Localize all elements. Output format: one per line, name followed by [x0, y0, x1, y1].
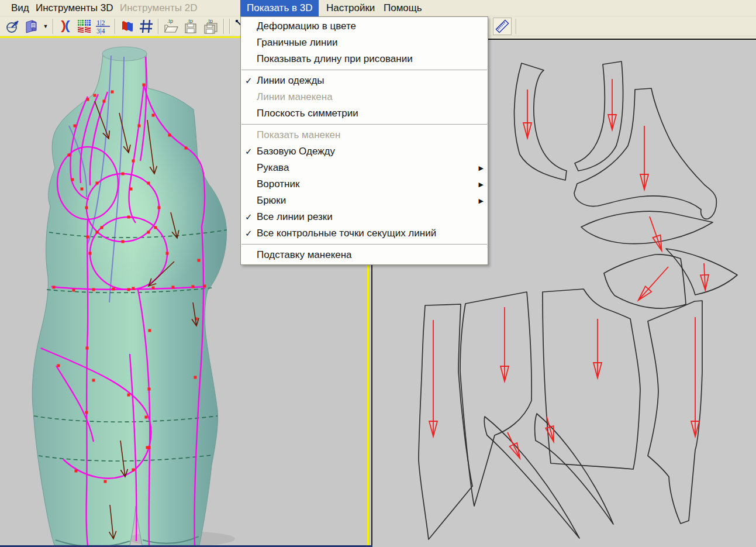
object-dropdown-button[interactable]: ▼	[41, 18, 50, 35]
color-deformation-button[interactable]	[56, 18, 75, 35]
menu-item[interactable]: Рукава▶	[241, 160, 488, 176]
menu-item[interactable]: Воротник▶	[241, 176, 488, 192]
menu-item-label: Все линии резки	[257, 211, 333, 222]
menu-separator	[241, 124, 487, 125]
pattern-piece[interactable]	[460, 292, 531, 506]
menu-item[interactable]: ✓Все контрольные точки секущих линий	[241, 225, 488, 242]
neck-cut-top	[102, 47, 147, 61]
toolbar-separator	[158, 19, 159, 34]
menu-item: Линии манекена	[241, 89, 488, 105]
measure-ruler-button[interactable]	[493, 18, 512, 35]
menu-item[interactable]: Подставку манекена	[241, 247, 488, 263]
menu-item[interactable]: ✓Все линии резки	[241, 209, 488, 225]
pattern-piece[interactable]	[604, 254, 686, 308]
show-3d-object-button[interactable]	[22, 18, 41, 35]
rotate-view-icon	[5, 19, 20, 34]
check-icon: ✓	[245, 225, 256, 242]
pattern-piece[interactable]	[543, 289, 640, 469]
open-tp-file-button[interactable]: .tp	[161, 18, 181, 35]
pattern-piece[interactable]	[666, 249, 737, 295]
menubar-item[interactable]: Помощь	[377, 0, 429, 16]
quarter-view-button[interactable]: 1|2 3|4	[94, 18, 112, 35]
menu-item-label: Граничные линии	[257, 37, 337, 48]
toolbar-separator	[223, 19, 225, 34]
svg-text:3|4: 3|4	[96, 27, 105, 35]
dropdown-arrow-icon: ▼	[43, 23, 49, 29]
ruler-icon	[494, 18, 510, 35]
menu-item[interactable]: ✓Базовую Одежду	[241, 143, 488, 160]
pattern-piece[interactable]	[574, 88, 716, 219]
menu-item-label: Рукава	[257, 162, 289, 173]
save-all-floppy-icon: .tp	[202, 18, 220, 35]
submenu-arrow-icon: ▶	[479, 192, 484, 209]
menu-item-label: Показывать длину при рисовании	[257, 53, 413, 64]
3d-object-icon	[24, 19, 39, 34]
menu-item[interactable]: Плоскость симметрии	[241, 105, 488, 122]
pattern-piece[interactable]	[484, 417, 579, 538]
save-tp-file-button[interactable]: .tp	[181, 18, 201, 35]
surface-color-icon	[58, 19, 73, 34]
rotate-view-button[interactable]	[4, 18, 22, 35]
show-in-3d-menu: Деформацию в цветеГраничные линииПоказыв…	[240, 16, 488, 265]
toolbar-separator	[115, 19, 116, 34]
pattern-piece[interactable]	[648, 301, 702, 524]
toolbar-separator	[229, 19, 230, 34]
svg-text:.tp: .tp	[167, 18, 173, 24]
menu-item-label: Подставку манекена	[257, 249, 352, 260]
menubar-item[interactable]: Показать в 3D	[240, 0, 319, 16]
menu-item[interactable]: Деформацию в цвете	[241, 18, 488, 35]
menu-item[interactable]: Показывать длину при рисовании	[241, 51, 488, 67]
check-icon: ✓	[245, 73, 256, 89]
menu-item[interactable]: ✓Линии одежды	[241, 73, 488, 89]
menu-separator	[241, 70, 487, 70]
submenu-arrow-icon: ▶	[479, 160, 484, 176]
menu-item-label: Линии манекена	[257, 91, 333, 102]
save-all-tp-button[interactable]: .tp	[201, 18, 221, 35]
menubar-item: Инструменты 2D	[113, 0, 203, 16]
save-floppy-icon: .tp	[182, 18, 200, 35]
toolbar-separator	[53, 19, 54, 34]
color-grid-icon	[77, 19, 92, 34]
menu-item-label: Линии одежды	[257, 75, 325, 86]
menu-item-label: Воротник	[257, 178, 299, 190]
texture-grid-button[interactable]	[75, 18, 94, 35]
show-grid-button[interactable]	[137, 18, 156, 35]
check-icon: ✓	[245, 209, 256, 225]
pattern-cad-window: ВидИнструменты 3DИнструменты 2DПоказать …	[0, 0, 756, 547]
svg-text:.tp: .tp	[187, 18, 193, 24]
menu-item-label: Плоскость симметрии	[257, 108, 358, 119]
menubar-item[interactable]: Инструменты 3D	[29, 0, 119, 16]
menu-item-label: Брюки	[257, 195, 286, 206]
open-folder-icon: .tp	[163, 18, 180, 35]
pattern-piece[interactable]	[581, 211, 713, 243]
flag-surface-icon	[120, 19, 135, 34]
menu-item-label: Все контрольные точки секущих линий	[257, 228, 436, 239]
svg-text:1|2: 1|2	[96, 19, 105, 27]
quarter-numbers-icon: 1|2 3|4	[95, 18, 111, 35]
menu-bar: ВидИнструменты 3DИнструменты 2DПоказать …	[0, 0, 756, 16]
menu-item[interactable]: Граничные линии	[241, 35, 488, 51]
menu-separator	[241, 244, 487, 245]
menu-item: Показать манекен	[241, 127, 488, 143]
menubar-item[interactable]: Настройки	[320, 0, 381, 16]
check-icon: ✓	[245, 143, 256, 160]
submenu-arrow-icon: ▶	[479, 176, 484, 192]
pattern-piece[interactable]	[515, 63, 567, 180]
toolbar-separator	[516, 19, 517, 34]
grid-icon	[139, 19, 154, 34]
menu-item-label: Деформацию в цвете	[257, 20, 356, 32]
menu-item-label: Базовую Одежду	[257, 146, 335, 157]
menu-item[interactable]: Брюки▶	[241, 192, 488, 209]
flatten-surface-button[interactable]	[118, 18, 137, 35]
menu-item-label: Показать манекен	[257, 129, 340, 140]
mannequin-body[interactable]	[32, 47, 226, 545]
